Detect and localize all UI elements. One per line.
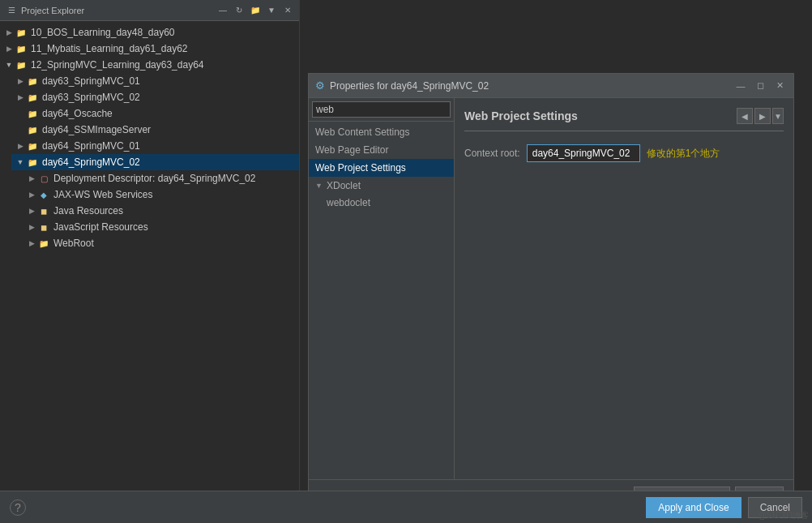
expand-arrow: ▶ (15, 142, 26, 150)
restore-button[interactable]: ◻ (753, 79, 767, 93)
expand-arrow: ▶ (3, 28, 15, 36)
folder-icon: 📁 (26, 91, 39, 104)
expand-arrow: ▶ (26, 223, 37, 231)
search-input[interactable] (312, 101, 451, 118)
deploy-icon: ▢ (37, 172, 50, 185)
minimize-icon[interactable]: — (216, 4, 229, 17)
tree-label: Java Resources (53, 205, 123, 216)
ws-icon: ◆ (37, 188, 50, 201)
folder-icon: 📁 (26, 123, 39, 136)
context-root-row: Context root: 修改的第1个地方 (464, 144, 784, 162)
tree-label: 10_BOS_Learning_day48_day60 (31, 27, 174, 38)
sync-icon[interactable]: ↻ (233, 4, 246, 17)
expand-arrow: ▼ (15, 158, 26, 166)
search-bar (309, 98, 454, 122)
expand-arrow: ▶ (26, 174, 37, 182)
tree-label: day64_SSMImageServer (42, 124, 151, 135)
tree-item-day64-02[interactable]: ▼ 📁 day64_SpringMVC_02 (11, 154, 299, 170)
expand-arrow: ▶ (15, 77, 26, 85)
tree-label: JavaScript Resources (53, 221, 148, 233)
properties-dialog: ⚙ Properties for day64_SpringMVC_02 — ◻ … (308, 73, 794, 515)
tree-label: day64_SpringMVC_01 (42, 140, 140, 152)
folder-icon: 📁 (26, 156, 39, 169)
tree-item-mybatis[interactable]: ▶ 📁 11_Mybatis_Learning_day61_day62 (0, 41, 299, 57)
expand-arrow: ▶ (26, 191, 37, 199)
content-header: Web Project Settings ◀ ▶ ▼ (464, 108, 784, 131)
forward-button[interactable]: ▶ (754, 108, 771, 124)
nav-item-web-content[interactable]: Web Content Settings (309, 123, 454, 141)
expand-arrow: ▶ (26, 239, 37, 247)
dialog-nav: Web Content Settings Web Page Editor Web… (309, 98, 455, 479)
project-icon: 📁 (15, 42, 28, 55)
project-icon: 📁 (15, 58, 28, 71)
close-button[interactable]: ✕ (772, 79, 787, 93)
project-explorer: ☰ Project Explorer — ↻ 📁 ▼ ✕ ▶ 📁 10_BOS_… (0, 0, 300, 523)
tree-label: day63_SpringMVC_02 (42, 92, 140, 103)
dialog-title-bar: ⚙ Properties for day64_SpringMVC_02 — ◻ … (309, 74, 793, 98)
apply-and-close-button[interactable]: Apply and Close (646, 497, 741, 518)
minimize-button[interactable]: — (733, 79, 748, 93)
tree-label: day63_SpringMVC_01 (42, 75, 140, 87)
nav-items: Web Content Settings Web Page Editor Web… (309, 122, 454, 479)
tree-item-webroot[interactable]: ▶ 📁 WebRoot (23, 235, 299, 251)
tree-label: day64_SpringMVC_02 (42, 156, 140, 168)
watermark: @51CTO博客 (759, 510, 809, 521)
nav-item-xdoclet[interactable]: ▼ XDoclet (309, 177, 454, 195)
tree-label: 12_SpringMVC_Learning_day63_day64 (31, 59, 204, 71)
tree-label: JAX-WS Web Services (53, 189, 152, 200)
help-button[interactable]: ? (10, 499, 26, 516)
context-root-label: Context root: (464, 148, 520, 159)
tree-label: 11_Mybatis_Learning_day61_day62 (31, 43, 187, 54)
tree-item-javascript[interactable]: ▶ ◼ JavaScript Resources (23, 219, 299, 235)
expand-arrow: ▶ (3, 45, 15, 53)
expand-arrow: ▶ (15, 93, 26, 101)
tree-item-deployment[interactable]: ▶ ▢ Deployment Descriptor: day64_SpringM… (23, 170, 299, 186)
tree-item-bos[interactable]: ▶ 📁 10_BOS_Learning_day48_day60 (0, 24, 299, 41)
tree-item-java[interactable]: ▶ ◼ Java Resources (23, 203, 299, 219)
project-icon: 📁 (15, 26, 28, 39)
folder-icon[interactable]: 📁 (249, 4, 262, 17)
tree-area: ▶ 📁 10_BOS_Learning_day48_day60 ▶ 📁 11_M… (0, 21, 299, 523)
context-root-input[interactable] (527, 144, 640, 162)
tree-label: day64_Oscache (42, 108, 113, 119)
expand-arrow: ▶ (26, 207, 37, 215)
menu-icon[interactable]: ▼ (265, 4, 278, 17)
expand-arrow: ▼ (315, 182, 325, 190)
dialog-title: Properties for day64_SpringMVC_02 (330, 80, 729, 92)
tree-label: WebRoot (53, 238, 94, 249)
dialog-icon: ⚙ (315, 79, 325, 92)
tree-item-springmvc[interactable]: ▼ 📁 12_SpringMVC_Learning_day63_day64 (0, 57, 299, 73)
content-heading: Web Project Settings (464, 109, 578, 122)
tree-item-day64-01[interactable]: ▶ 📁 day64_SpringMVC_01 (11, 138, 299, 154)
panel-title: Project Explorer (21, 6, 213, 15)
nav-buttons: ◀ ▶ ▼ (737, 108, 784, 124)
dropdown-button[interactable]: ▼ (772, 108, 784, 124)
back-button[interactable]: ◀ (737, 108, 753, 124)
nav-item-web-page-editor[interactable]: Web Page Editor (309, 141, 454, 159)
folder-icon: 📁 (26, 75, 39, 88)
tree-label: Deployment Descriptor: day64_SpringMVC_0… (53, 173, 255, 184)
tree-item-jaxws[interactable]: ▶ ◆ JAX-WS Web Services (23, 186, 299, 203)
expand-arrow: ▼ (3, 61, 15, 69)
js-icon: ◼ (37, 221, 50, 234)
panel-header: ☰ Project Explorer — ↻ 📁 ▼ ✕ (0, 0, 299, 21)
nav-item-webdoclet[interactable]: webdoclet (309, 195, 454, 211)
context-root-hint: 修改的第1个地方 (647, 147, 720, 161)
nav-item-web-project-settings[interactable]: Web Project Settings (309, 159, 454, 177)
panel-icon-1: ☰ (5, 4, 18, 17)
dialog-body: Web Content Settings Web Page Editor Web… (309, 98, 793, 479)
folder-icon: 📁 (26, 139, 39, 152)
folder-icon: 📁 (26, 107, 39, 120)
tree-item-day63-01[interactable]: ▶ 📁 day63_SpringMVC_01 (11, 73, 299, 89)
global-footer: ? Apply and Close Cancel (0, 491, 812, 523)
java-icon: ◼ (37, 204, 50, 217)
tree-item-oscache[interactable]: ▶ 📁 day64_Oscache (11, 105, 299, 122)
tree-item-day63-02[interactable]: ▶ 📁 day63_SpringMVC_02 (11, 89, 299, 105)
xdoclet-label: XDoclet (327, 180, 361, 191)
dialog-content: Web Project Settings ◀ ▶ ▼ Context root:… (455, 98, 793, 479)
webroot-icon: 📁 (37, 237, 50, 250)
tree-item-ssm[interactable]: ▶ 📁 day64_SSMImageServer (11, 122, 299, 138)
close-icon[interactable]: ✕ (281, 4, 294, 17)
